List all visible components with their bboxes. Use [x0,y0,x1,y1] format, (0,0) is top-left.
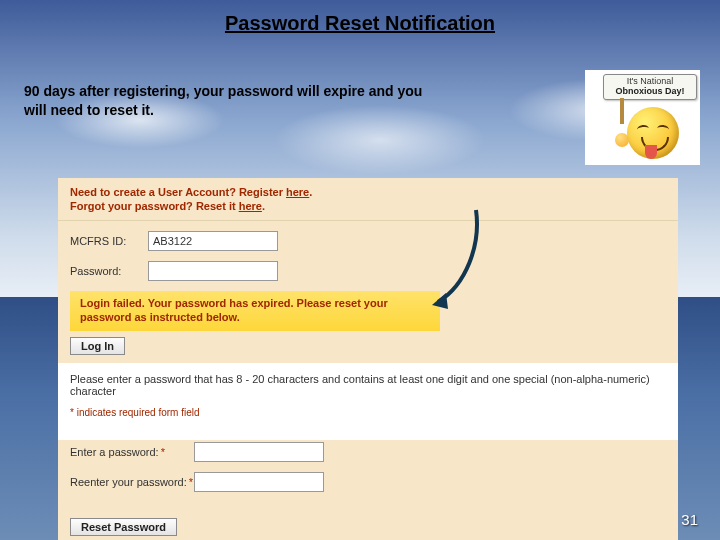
reset-fields: Enter a password:* Reenter your password… [58,440,678,516]
register-line: Need to create a User Account? Register … [70,186,666,198]
sign-post [620,98,624,124]
new-password-input[interactable] [194,442,324,462]
password-rules-text: Please enter a password that has 8 - 20 … [70,373,666,397]
required-note: * indicates required form field [70,407,666,418]
login-fields: MCFRS ID: Password: Login failed. Your p… [58,221,678,363]
error-banner: Login failed. Your password has expired.… [70,291,440,331]
intro-text: 90 days after registering, your password… [24,82,444,120]
smiley-image: It's National Obnoxious Day! [585,70,700,165]
id-label: MCFRS ID: [70,235,148,247]
eye-left-icon [637,124,650,133]
forgot-text: Forgot your password? Reset it [70,200,239,212]
sign-line2: Obnoxious Day! [606,87,694,97]
confirm-password-input[interactable] [194,472,324,492]
login-screenshot: Need to create a User Account? Register … [58,178,678,496]
help-links-box: Need to create a User Account? Register … [58,178,678,221]
password-input[interactable] [148,261,278,281]
reenter-pw-row: Reenter your password:* [70,472,666,492]
pw-label: Password: [70,265,148,277]
required-star: * [161,446,165,458]
reset-password-button[interactable]: Reset Password [70,518,177,536]
forgot-link[interactable]: here [239,200,262,212]
password-rules-box: Please enter a password that has 8 - 20 … [58,363,678,440]
page-number: 31 [681,511,698,528]
register-text: Need to create a User Account? Register [70,186,286,198]
slide-title: Password Reset Notification [0,12,720,35]
login-button[interactable]: Log In [70,337,125,355]
tongue-icon [645,145,657,159]
pw-row: Password: [70,261,666,281]
required-star: * [189,476,193,488]
mcfrs-id-input[interactable] [148,231,278,251]
enter-pw-label: Enter a password:* [70,446,194,458]
forgot-line: Forgot your password? Reset it here. [70,200,666,212]
smiley-sign: It's National Obnoxious Day! [603,74,697,100]
eye-right-icon [657,124,670,133]
id-row: MCFRS ID: [70,231,666,251]
slide: Password Reset Notification 90 days afte… [0,0,720,540]
register-link[interactable]: here [286,186,309,198]
reset-button-row: Reset Password [58,516,678,541]
enter-pw-row: Enter a password:* [70,442,666,462]
reenter-pw-label: Reenter your password:* [70,476,194,488]
smiley-face-icon [627,107,679,159]
